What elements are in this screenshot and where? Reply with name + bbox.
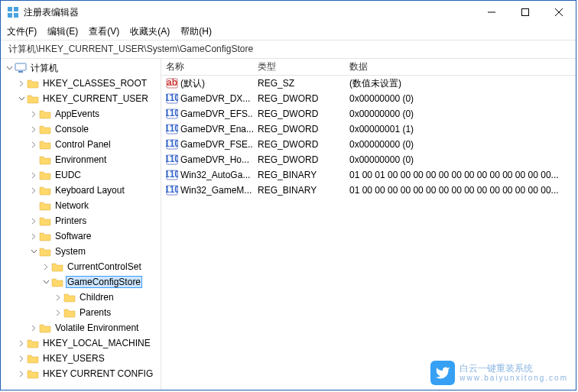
- folder-icon: [27, 78, 39, 89]
- tree-environment[interactable]: Environment: [1, 152, 161, 167]
- tree-hkcu[interactable]: HKEY_CURRENT_USER: [1, 91, 161, 106]
- tree-hkcc[interactable]: HKEY CURRENT CONFIG: [1, 366, 161, 381]
- col-header-type[interactable]: 类型: [253, 59, 345, 75]
- tree-hkcr[interactable]: HKEY_CLASSES_ROOT: [1, 76, 161, 91]
- tree-software[interactable]: Software: [1, 228, 161, 244]
- folder-icon: [51, 277, 63, 287]
- address-bar[interactable]: 计算机\HKEY_CURRENT_USER\System\GameConfigS…: [1, 40, 576, 59]
- chevron-right-icon[interactable]: [53, 307, 63, 318]
- close-button[interactable]: [542, 1, 576, 24]
- tree-currentcontrolset[interactable]: CurrentControlSet: [1, 259, 161, 274]
- cell-type: REG_DWORD: [253, 139, 345, 150]
- cell-name: 110GameDVR_Ho...: [161, 154, 253, 165]
- tree-appevents[interactable]: AppEvents: [1, 106, 161, 121]
- tree-parents[interactable]: Parents: [1, 305, 161, 320]
- tree-eudc[interactable]: EUDC: [1, 167, 161, 183]
- tree-controlpanel[interactable]: Control Panel: [1, 137, 161, 152]
- binary-value-icon: 110: [166, 109, 178, 119]
- menu-edit[interactable]: 编辑(E): [47, 25, 78, 38]
- folder-icon: [39, 185, 51, 196]
- cell-type: REG_BINARY: [253, 170, 345, 180]
- cell-name: 110GameDVR_FSE...: [161, 139, 253, 150]
- svg-rect-3: [14, 13, 18, 18]
- menu-help[interactable]: 帮助(H): [180, 25, 212, 38]
- chevron-right-icon[interactable]: [16, 338, 27, 348]
- chevron-right-icon[interactable]: [16, 368, 27, 379]
- col-header-data[interactable]: 数据: [345, 59, 576, 75]
- binary-value-icon: 110: [166, 185, 178, 196]
- cell-data: 01 00 00 00 00 00 00 00 00 00 00 00 00 0…: [345, 185, 576, 196]
- titlebar: 注册表编辑器: [1, 1, 576, 24]
- tree-keyboard[interactable]: Keyboard Layout: [1, 183, 161, 198]
- maximize-button[interactable]: [508, 1, 542, 24]
- folder-icon: [39, 170, 51, 180]
- col-header-name[interactable]: 名称: [161, 59, 253, 75]
- chevron-right-icon[interactable]: [28, 139, 39, 150]
- chevron-down-icon[interactable]: [16, 93, 27, 104]
- tree-hku[interactable]: HKEY_USERS: [1, 351, 161, 366]
- folder-icon: [39, 231, 51, 241]
- watermark: 白云一键重装系统 www.baiyunxitong.com: [430, 361, 568, 385]
- tree-system[interactable]: System: [1, 244, 161, 259]
- tree-volatile[interactable]: Volatile Environment: [1, 320, 161, 335]
- list-row[interactable]: 110Win32_AutoGa...REG_BINARY01 00 01 00 …: [161, 167, 576, 183]
- folder-icon: [39, 322, 51, 333]
- cell-type: REG_BINARY: [253, 185, 345, 196]
- chevron-down-icon[interactable]: [4, 63, 15, 73]
- cell-data: 0x00000000 (0): [345, 93, 576, 104]
- chevron-right-icon[interactable]: [28, 170, 39, 180]
- chevron-right-icon[interactable]: [16, 353, 27, 364]
- tree-panel[interactable]: 计算机HKEY_CLASSES_ROOTHKEY_CURRENT_USERApp…: [1, 59, 161, 390]
- cell-type: REG_SZ: [253, 78, 345, 89]
- tree-console[interactable]: Console: [1, 121, 161, 137]
- list-row[interactable]: 110Win32_GameM...REG_BINARY01 00 00 00 0…: [161, 183, 576, 198]
- svg-text:110: 110: [166, 109, 178, 118]
- tree-printers[interactable]: Printers: [1, 213, 161, 228]
- chevron-right-icon[interactable]: [28, 322, 39, 333]
- list-row[interactable]: 110GameDVR_Ena...REG_DWORD0x00000001 (1): [161, 121, 576, 137]
- tree-root[interactable]: 计算机: [1, 60, 161, 76]
- folder-icon: [27, 338, 39, 348]
- window-title: 注册表编辑器: [24, 6, 475, 19]
- svg-rect-8: [15, 63, 26, 70]
- list-row[interactable]: 110GameDVR_DX...REG_DWORD0x00000000 (0): [161, 91, 576, 106]
- list-row[interactable]: 110GameDVR_Ho...REG_DWORD0x00000000 (0): [161, 152, 576, 167]
- folder-icon: [63, 307, 76, 318]
- chevron-right-icon[interactable]: [41, 261, 51, 272]
- tree-label: System: [54, 246, 87, 257]
- chevron-down-icon[interactable]: [28, 246, 39, 257]
- chevron-down-icon[interactable]: [41, 277, 51, 287]
- tree-label: Environment: [54, 154, 108, 165]
- tree-label: HKEY CURRENT CONFIG: [41, 368, 154, 379]
- menu-favorites[interactable]: 收藏夹(A): [130, 25, 170, 38]
- tree-gameconfigstore[interactable]: GameConfigStore: [1, 274, 161, 290]
- string-value-icon: ab: [166, 78, 178, 89]
- cell-name: 110GameDVR_EFS...: [161, 109, 253, 119]
- watermark-logo-icon: [430, 361, 455, 385]
- list-row[interactable]: ab(默认)REG_SZ(数值未设置): [161, 76, 576, 91]
- chevron-right-icon[interactable]: [28, 231, 39, 241]
- chevron-right-icon[interactable]: [16, 78, 27, 89]
- tree-hklm[interactable]: HKEY_LOCAL_MACHINE: [1, 335, 161, 351]
- tree-network[interactable]: Network: [1, 198, 161, 213]
- minimize-button[interactable]: [475, 1, 508, 24]
- svg-text:110: 110: [166, 154, 178, 164]
- chevron-right-icon[interactable]: [28, 124, 39, 134]
- folder-icon: [39, 154, 51, 165]
- binary-value-icon: 110: [166, 93, 178, 104]
- tree-children[interactable]: Children: [1, 290, 161, 305]
- menu-file[interactable]: 文件(F): [7, 25, 37, 38]
- list-header: 名称 类型 数据: [161, 59, 576, 76]
- computer-icon: [15, 63, 27, 73]
- binary-value-icon: 110: [166, 154, 178, 165]
- menu-view[interactable]: 查看(V): [89, 25, 119, 38]
- tree-label: AppEvents: [54, 109, 101, 119]
- chevron-right-icon[interactable]: [28, 109, 39, 119]
- svg-rect-0: [8, 7, 12, 11]
- app-icon: [7, 6, 19, 18]
- chevron-right-icon[interactable]: [28, 215, 39, 226]
- chevron-right-icon[interactable]: [53, 292, 63, 303]
- list-row[interactable]: 110GameDVR_EFS...REG_DWORD0x00000000 (0): [161, 106, 576, 121]
- chevron-right-icon[interactable]: [28, 185, 39, 196]
- list-row[interactable]: 110GameDVR_FSE...REG_DWORD0x00000000 (0): [161, 137, 576, 152]
